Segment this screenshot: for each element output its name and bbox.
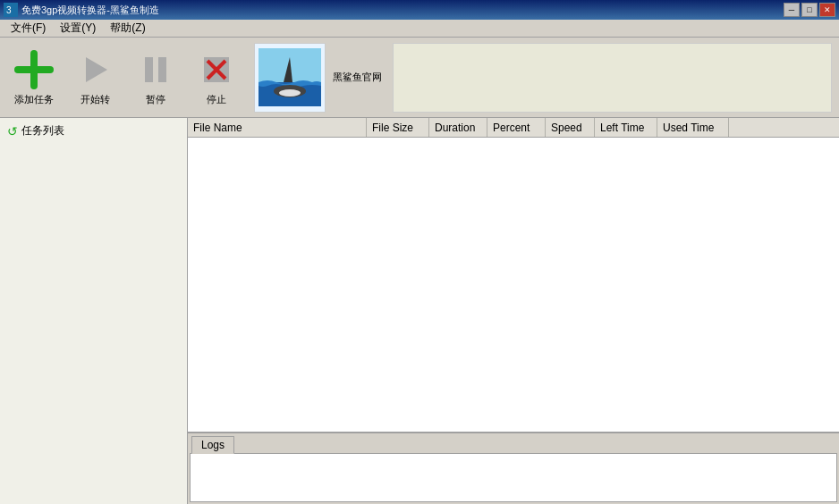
- menu-bar: 文件(F) 设置(Y) 帮助(Z): [0, 20, 839, 38]
- svg-rect-5: [145, 57, 153, 82]
- menu-settings[interactable]: 设置(Y): [53, 19, 103, 38]
- start-label: 开始转: [81, 93, 110, 106]
- window-controls: ─ □ ✕: [784, 3, 835, 17]
- logs-panel: Logs: [188, 433, 839, 504]
- start-button[interactable]: 开始转: [68, 48, 122, 106]
- stop-button[interactable]: 停止: [190, 48, 243, 106]
- table-header: File Name File Size Duration Percent Spe…: [188, 118, 839, 138]
- start-icon: [73, 48, 116, 91]
- stop-label: 停止: [207, 93, 226, 106]
- col-header-lefttime: Left Time: [595, 118, 657, 137]
- col-header-filesize: File Size: [367, 118, 429, 137]
- svg-marker-4: [86, 57, 107, 82]
- col-header-filename: File Name: [188, 118, 367, 137]
- pause-label: 暂停: [146, 93, 165, 106]
- col-header-percent: Percent: [487, 118, 546, 137]
- pause-button[interactable]: 暂停: [129, 48, 182, 106]
- col-header-duration: Duration: [429, 118, 487, 137]
- table-body: [188, 138, 839, 432]
- logo-label: 黑鲨鱼官网: [333, 71, 382, 84]
- file-table: File Name File Size Duration Percent Spe…: [188, 118, 839, 433]
- menu-file[interactable]: 文件(F): [4, 19, 53, 38]
- col-header-speed: Speed: [546, 118, 595, 137]
- add-task-label: 添加任务: [14, 93, 54, 106]
- main-content: ↺ 任务列表 File Name File Size Duration Perc…: [0, 118, 839, 504]
- svg-text:3: 3: [6, 5, 12, 15]
- logs-content: [190, 453, 837, 502]
- svg-point-13: [279, 89, 301, 97]
- app-icon: 3: [4, 3, 18, 17]
- refresh-icon: ↺: [7, 124, 18, 139]
- minimize-button[interactable]: ─: [784, 3, 800, 17]
- add-icon: [13, 48, 55, 91]
- svg-rect-6: [158, 57, 166, 82]
- left-panel: ↺ 任务列表: [0, 118, 188, 504]
- menu-help[interactable]: 帮助(Z): [103, 19, 152, 38]
- task-list-header: ↺ 任务列表: [4, 122, 183, 140]
- banner-area: [393, 43, 832, 113]
- stop-icon: [195, 48, 238, 91]
- window-title: 免费3gp视频转换器-黑鲨鱼制造: [21, 4, 159, 17]
- title-bar: 3 免费3gp视频转换器-黑鲨鱼制造 ─ □ ✕: [0, 0, 839, 20]
- col-header-usedtime: Used Time: [657, 118, 729, 137]
- shark-image: [258, 48, 321, 106]
- logs-tab[interactable]: Logs: [191, 436, 234, 454]
- add-task-button[interactable]: 添加任务: [7, 48, 61, 106]
- toolbar: 添加任务 开始转 暂停 停止: [0, 38, 839, 118]
- right-panel: File Name File Size Duration Percent Spe…: [188, 118, 839, 504]
- pause-icon: [134, 48, 177, 91]
- maximize-button[interactable]: □: [801, 3, 818, 17]
- close-button[interactable]: ✕: [819, 3, 835, 17]
- shark-logo[interactable]: [254, 43, 326, 113]
- task-list-label: 任务列表: [21, 123, 64, 139]
